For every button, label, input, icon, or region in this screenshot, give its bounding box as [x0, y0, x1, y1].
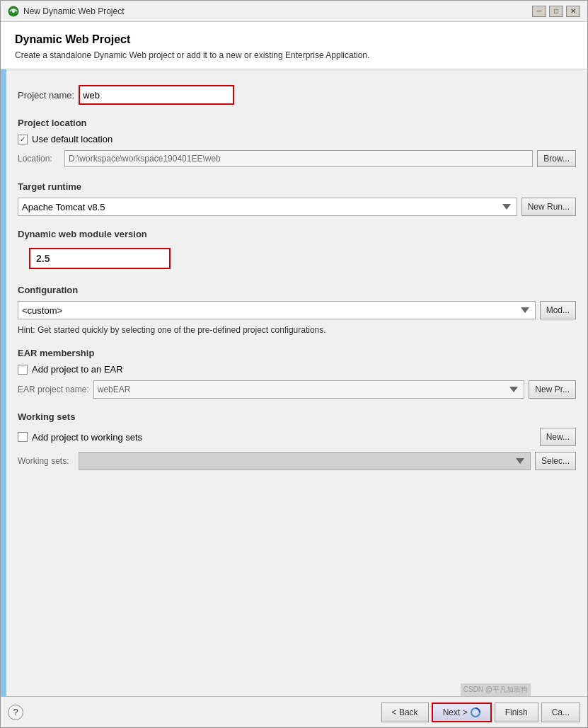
config-select[interactable]: <custom> Default Configuration — [18, 301, 536, 319]
minimize-button[interactable]: ─ — [532, 6, 546, 17]
page-title: Dynamic Web Project — [15, 33, 573, 46]
maximize-button[interactable]: □ — [549, 6, 563, 17]
svg-point-1 — [12, 10, 15, 13]
help-button[interactable]: ? — [8, 705, 23, 720]
next-button[interactable]: Next > — [432, 703, 492, 722]
bottom-bar: ? < Back Next > Finish Ca... CSDN @平凡加班狗 — [1, 696, 587, 727]
add-to-working-sets-checkbox[interactable] — [18, 432, 28, 442]
eclipse-icon — [8, 6, 19, 17]
title-bar-left: New Dynamic Web Project — [8, 6, 125, 17]
ear-name-row: EAR project name: webEAR New Pr... — [6, 377, 587, 402]
project-name-input[interactable] — [80, 86, 233, 103]
working-sets-select[interactable] — [79, 452, 531, 470]
new-working-set-button[interactable]: New... — [540, 428, 576, 446]
target-runtime-header: Target runtime — [6, 176, 587, 195]
form-content: Project name: Project location Use defau… — [6, 69, 587, 696]
title-bar: New Dynamic Web Project ─ □ ✕ — [1, 1, 587, 22]
use-default-label: Use default location — [32, 134, 113, 144]
add-to-working-sets-label: Add project to working sets — [32, 432, 142, 443]
add-to-ear-label: Add project to an EAR — [32, 364, 123, 375]
page-description: Create a standalone Dynamic Web project … — [15, 50, 573, 60]
add-to-working-sets-row: Add project to working sets New... — [6, 425, 587, 449]
config-hint: Hint: Get started quickly by selecting o… — [6, 322, 587, 338]
new-runtime-button[interactable]: New Run... — [521, 198, 576, 216]
working-sets-label: Working sets: — [18, 456, 74, 466]
ear-membership-header: EAR membership — [6, 342, 587, 361]
next-label: Next > — [443, 707, 468, 717]
project-name-row: Project name: — [6, 78, 587, 112]
form-area: Project name: Project location Use defau… — [1, 69, 587, 696]
cancel-button[interactable]: Ca... — [541, 703, 580, 722]
new-ear-project-button[interactable]: New Pr... — [529, 380, 576, 399]
select-working-sets-button[interactable]: Selec... — [535, 452, 576, 470]
location-row: Location: Brow... — [6, 147, 587, 170]
window-title: New Dynamic Web Project — [23, 6, 125, 16]
bottom-right: < Back Next > Finish Ca... — [381, 703, 580, 722]
ear-project-name-label: EAR project name: — [18, 385, 89, 394]
main-window: New Dynamic Web Project ─ □ ✕ Dynamic We… — [0, 0, 588, 728]
dialog-content: Dynamic Web Project Create a standalone … — [1, 22, 587, 727]
back-button[interactable]: < Back — [381, 703, 429, 722]
configuration-header: Configuration — [6, 279, 587, 298]
next-icon — [471, 707, 480, 717]
config-row: <custom> Default Configuration Mod... — [6, 298, 587, 322]
runtime-row: Apache Tomcat v8.5 <None> New Run... — [6, 195, 587, 219]
location-label: Location: — [18, 154, 60, 164]
left-accent-bar — [1, 69, 6, 696]
module-version-header: Dynamic web module version — [6, 223, 587, 242]
browse-button[interactable]: Brow... — [537, 150, 576, 167]
watermark: CSDN @平凡加班狗 — [461, 683, 531, 696]
use-default-checkbox[interactable] — [18, 135, 28, 144]
use-default-location-row: Use default location — [6, 131, 587, 147]
location-input[interactable] — [64, 150, 533, 167]
modify-button[interactable]: Mod... — [540, 301, 576, 319]
runtime-select[interactable]: Apache Tomcat v8.5 <None> — [18, 198, 517, 216]
project-location-header: Project location — [6, 112, 587, 131]
title-bar-controls: ─ □ ✕ — [532, 6, 580, 17]
add-to-ear-row: Add project to an EAR — [6, 361, 587, 377]
finish-button[interactable]: Finish — [495, 703, 538, 722]
close-button[interactable]: ✕ — [566, 6, 580, 17]
project-name-label: Project name: — [18, 90, 74, 101]
working-sets-select-row: Working sets: Selec... — [6, 449, 587, 473]
module-version-value: 2.5 — [36, 253, 50, 264]
bottom-left: ? — [8, 705, 23, 720]
module-version-box: 2.5 — [29, 248, 171, 269]
add-to-ear-checkbox[interactable] — [18, 365, 28, 375]
ear-project-name-select[interactable]: webEAR — [93, 380, 525, 399]
help-icon: ? — [13, 707, 18, 717]
working-sets-header: Working sets — [6, 406, 587, 425]
page-header: Dynamic Web Project Create a standalone … — [1, 22, 587, 69]
